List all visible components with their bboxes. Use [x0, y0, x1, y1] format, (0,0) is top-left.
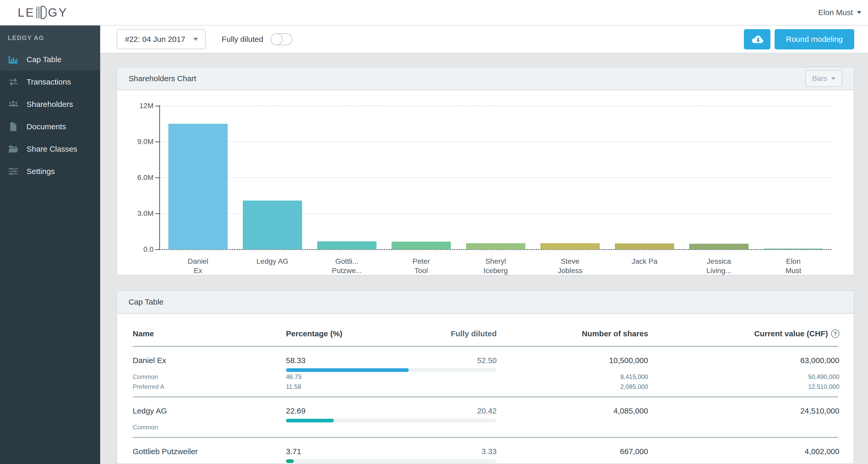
fully-diluted-value: 3.33: [482, 446, 497, 457]
y-axis-tick-label: 6.0M: [117, 172, 154, 183]
sidebar-item-shareholders[interactable]: Shareholders: [0, 93, 100, 115]
question-circle-icon[interactable]: ?: [831, 330, 839, 338]
sidebar-item-label: Settings: [27, 167, 55, 176]
cap-table: Name Percentage (%) Fully diluted Number…: [117, 314, 854, 464]
people-icon: [8, 99, 19, 110]
sidebar-nav: Cap TableTransactionsShareholdersDocumen…: [0, 48, 100, 183]
sidebar-item-documents[interactable]: Documents: [0, 115, 100, 138]
snapshot-selector-value: #22: 04 Jun 2017: [125, 35, 185, 44]
percentage-bar-fill: [286, 368, 409, 372]
percentage-bar-fill: [286, 419, 334, 422]
cap-table-row[interactable]: Ledgy AG22.6920.424,085,00024,510,000Com…: [133, 397, 838, 438]
y-axis-tick: [155, 177, 159, 178]
share-class-shares: 8,415,000: [497, 372, 648, 382]
share-class-shares: 2,085,000: [497, 382, 648, 392]
sidebar-item-cap-table[interactable]: Cap Table: [0, 48, 100, 71]
x-axis-label: PeterTool: [384, 257, 459, 275]
shareholders-chart-panel: Shareholders Chart Bars 0.03.0M6.0M9.0M1…: [117, 67, 854, 275]
toggle-knob: [271, 33, 283, 45]
chevron-down-icon: [193, 38, 198, 41]
y-axis-tick: [155, 249, 159, 250]
ledgy-logo: LEGY: [18, 5, 68, 20]
share-class-percentage: [286, 463, 497, 464]
y-axis-line: [159, 105, 160, 250]
column-header-percentage: Percentage (%): [286, 329, 342, 338]
x-axis-label: SherylIceberg: [459, 257, 533, 275]
panel-title: Cap Table: [128, 298, 164, 306]
app-header: LEGY Elon Must: [0, 0, 868, 26]
shares-value: 4,085,000: [497, 405, 648, 417]
x-axis-label: JessicaLiving...: [682, 257, 756, 275]
shareholder-name: Daniel Ex: [133, 355, 286, 366]
chart-bar-gottlieb-putzweiler: [317, 241, 376, 250]
share-class-shares: [497, 422, 648, 432]
column-header-shares: Number of shares: [497, 329, 648, 338]
y-axis-tick-label: 0.0: [117, 244, 154, 255]
cap-table-row[interactable]: Gottlieb Putzweiler3.713.33667,0004,002,…: [133, 438, 838, 464]
y-axis-tick: [155, 106, 159, 106]
chart-bar-sheryl-iceberg: [466, 243, 525, 250]
sidebar-item-label: Documents: [27, 122, 66, 131]
round-modeling-button[interactable]: Round modeling: [775, 29, 854, 49]
sliders-icon: [8, 166, 19, 177]
cap-table-panel: Cap Table Name Percentage (%) Fully dilu…: [117, 290, 854, 464]
chart-bar-daniel-ex: [168, 124, 228, 250]
panel-title: Shareholders Chart: [128, 74, 196, 83]
chevron-down-icon: [857, 11, 861, 14]
company-name: LEDGY AG: [0, 26, 100, 48]
shares-value: 10,500,000: [497, 355, 648, 366]
share-class-label: Common: [133, 463, 286, 464]
share-class-percentage: 11.58: [286, 382, 497, 392]
y-axis-tick: [155, 213, 159, 214]
shareholders-bar-chart: 0.03.0M6.0M9.0M12MDanielExLedgy AGGottli…: [117, 90, 854, 275]
share-class-label: Common: [133, 372, 286, 382]
x-axis-label: Ledgy AG: [235, 257, 310, 266]
y-axis-tick-label: 12M: [117, 101, 154, 111]
percentage-bar-track: [286, 459, 497, 463]
chart-bar-jessica-living-: [689, 244, 749, 250]
chart-bar-steve-jobless: [540, 243, 600, 250]
share-class-percentage: [286, 422, 497, 432]
percentage-bar-track: [286, 368, 497, 372]
cap-table-body: Daniel Ex58.3352.5010,500,00063,000,000C…: [133, 347, 838, 464]
share-class-value: [648, 463, 839, 464]
export-button[interactable]: [744, 29, 770, 49]
chart-mode-label: Bars: [812, 74, 827, 83]
share-class-sub-row: Common: [133, 422, 838, 432]
share-class-label: Preferred A: [133, 382, 286, 392]
share-class-sub-row: Common46.758,415,00050,490,000: [133, 372, 838, 382]
shareholder-name: Ledgy AG: [133, 405, 286, 417]
x-axis-label: SteveJobless: [533, 257, 607, 275]
chart-bar-elon-must: [764, 248, 823, 250]
share-class-value: 12,510,000: [648, 382, 839, 392]
toolbar: #22: 04 Jun 2017 Fully diluted Round mod…: [100, 26, 868, 53]
cap-table-row[interactable]: Daniel Ex58.3352.5010,500,00063,000,000C…: [133, 347, 838, 397]
percentage-value: 58.33: [286, 355, 306, 366]
fully-diluted-value: 20.42: [477, 405, 497, 417]
sidebar-item-label: Cap Table: [27, 55, 62, 64]
chart-bar-ledgy-ag: [243, 201, 302, 250]
user-menu[interactable]: Elon Must: [818, 8, 861, 17]
sidebar-item-share-classes[interactable]: Share Classes: [0, 138, 100, 160]
x-axis-label: Jack Pa: [607, 257, 682, 266]
share-class-value: 50,490,000: [648, 372, 839, 382]
gridline: [159, 106, 832, 106]
fully-diluted-toggle[interactable]: [271, 33, 292, 45]
y-axis-tick-label: 9.0M: [117, 137, 154, 147]
y-axis-tick: [155, 141, 159, 142]
percentage-value: 22.69: [286, 405, 306, 417]
chart-bar-jack-pa: [615, 243, 674, 250]
sidebar-item-transactions[interactable]: Transactions: [0, 71, 100, 93]
cap-table-header-row: Name Percentage (%) Fully diluted Number…: [133, 314, 838, 347]
sidebar-item-label: Transactions: [27, 77, 71, 86]
snapshot-selector[interactable]: #22: 04 Jun 2017: [117, 29, 206, 49]
share-class-percentage: 46.75: [286, 372, 497, 382]
percentage-value: 3.71: [286, 446, 301, 457]
sidebar-item-settings[interactable]: Settings: [0, 160, 100, 183]
folder-icon: [8, 143, 19, 155]
x-axis-label: DanielEx: [161, 257, 235, 275]
x-axis-label: Gottli...Putzwe...: [310, 257, 384, 275]
sidebar-item-label: Shareholders: [27, 100, 73, 109]
chart-mode-button[interactable]: Bars: [805, 70, 842, 87]
current-value: 24,510,000: [648, 405, 839, 417]
